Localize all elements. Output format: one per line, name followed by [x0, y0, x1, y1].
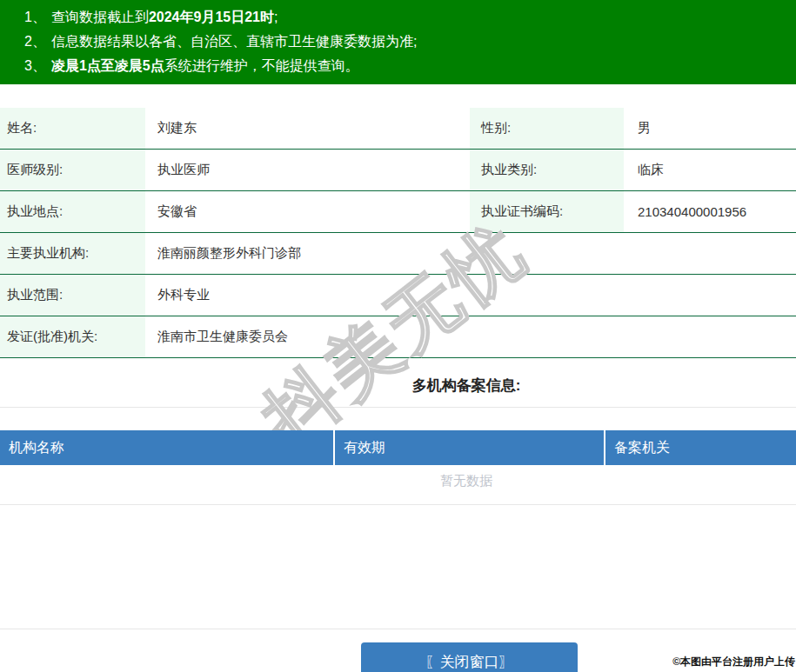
notice-text: 查询数据截止到: [51, 10, 149, 24]
notice-line-3: 3、凌晨1点至凌晨5点系统进行维护，不能提供查询。: [24, 54, 796, 78]
table-row-issuing-authority: 发证(批准)机关: 淮南市卫生健康委员会: [0, 316, 796, 358]
notice-text: 系统进行维护，不能提供查询。: [164, 58, 359, 73]
table-row-level-category: 医师级别: 执业医师 执业类别: 临床: [0, 150, 796, 191]
field-practice-scope-label: 执业范围:: [0, 275, 145, 316]
field-gender-label: 性别:: [470, 108, 624, 149]
table-row-name-gender: 姓名: 刘建东 性别: 男: [0, 108, 796, 150]
field-practice-location-label: 执业地点:: [0, 191, 145, 232]
field-practice-scope-value: 外科专业: [145, 275, 796, 316]
table-row-main-institution: 主要执业机构: 淮南丽颜整形外科门诊部: [0, 233, 796, 275]
field-certificate-number-value: 210340400001956: [624, 191, 796, 232]
notice-text-bold: 2024年9月15日21时: [149, 10, 274, 24]
divider: [0, 504, 796, 505]
field-main-institution-value: 淮南丽颜整形外科门诊部: [145, 233, 796, 274]
org-table-header-filing-authority: 备案机关: [605, 430, 796, 465]
practitioner-query-result-page: 1、查询数据截止到2024年9月15日21时; 2、信息数据结果以各省、自治区、…: [0, 0, 796, 672]
divider: [0, 629, 796, 629]
org-table-header-row: 机构名称 有效期 备案机关: [0, 430, 796, 465]
notice-text: ;: [274, 10, 278, 24]
field-practice-location-value: 安徽省: [145, 191, 470, 232]
notice-number: 3、: [24, 58, 46, 73]
field-issuing-authority-value: 淮南市卫生健康委员会: [145, 316, 796, 357]
field-doctor-level-label: 医师级别:: [0, 150, 145, 190]
multi-institution-section-title: 多机构备案信息:: [0, 376, 796, 396]
field-name-value: 刘建东: [145, 108, 470, 149]
table-row-location-certno: 执业地点: 安徽省 执业证书编码: 210340400001956: [0, 191, 796, 233]
notice-number: 1、: [24, 10, 46, 24]
notice-banner: 1、查询数据截止到2024年9月15日21时; 2、信息数据结果以各省、自治区、…: [0, 0, 796, 84]
empty-data-text: 暂无数据: [0, 473, 796, 489]
field-practice-category-label: 执业类别:: [470, 150, 624, 190]
divider: [0, 407, 796, 408]
field-gender-value: 男: [624, 108, 796, 149]
field-doctor-level-value: 执业医师: [145, 150, 470, 190]
practitioner-info-table: 姓名: 刘建东 性别: 男 医师级别: 执业医师 执业类别: 临床 执业地点: …: [0, 108, 796, 358]
close-window-button[interactable]: 〖关闭窗口〗: [361, 642, 578, 672]
notice-number: 2、: [24, 34, 46, 49]
org-table-header-validity-period: 有效期: [335, 430, 605, 465]
notice-text: 信息数据结果以各省、自治区、直辖市卫生健康委数据为准;: [51, 34, 417, 49]
field-main-institution-label: 主要执业机构:: [0, 233, 145, 274]
field-issuing-authority-label: 发证(批准)机关:: [0, 316, 145, 357]
notice-line-2: 2、信息数据结果以各省、自治区、直辖市卫生健康委数据为准;: [24, 30, 796, 54]
field-certificate-number-label: 执业证书编码:: [470, 191, 624, 232]
table-row-practice-scope: 执业范围: 外科专业: [0, 275, 796, 316]
attribution-text: ©本图由平台注册用户上传: [672, 655, 795, 669]
field-name-label: 姓名:: [0, 108, 145, 149]
notice-line-1: 1、查询数据截止到2024年9月15日21时;: [24, 5, 796, 30]
org-table-header-institution-name: 机构名称: [0, 430, 335, 465]
notice-text-bold: 凌晨1点至凌晨5点: [51, 58, 164, 73]
field-practice-category-value: 临床: [624, 150, 796, 190]
